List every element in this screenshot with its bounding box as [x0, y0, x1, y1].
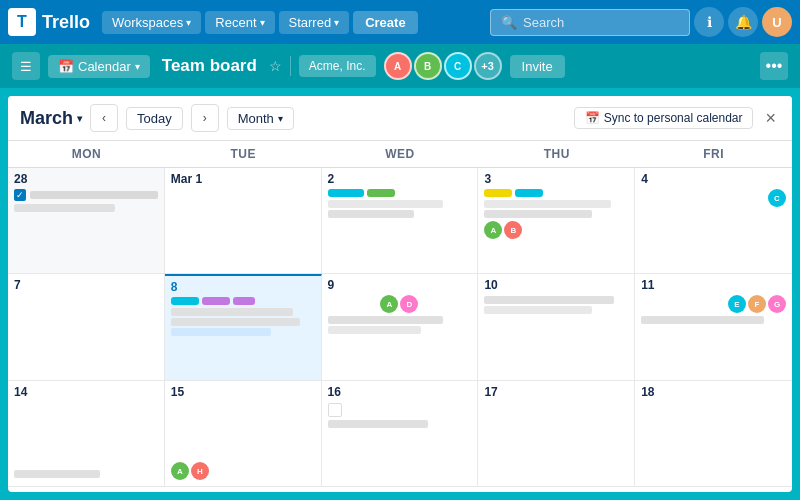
card-bar: [484, 296, 613, 304]
invite-button[interactable]: Invite: [510, 55, 565, 78]
date-number: 16: [328, 385, 472, 399]
card-avatars: A B: [484, 221, 628, 239]
board-star-button[interactable]: ☆: [269, 58, 282, 74]
search-bar[interactable]: 🔍: [490, 9, 690, 36]
date-number: 11: [641, 278, 786, 292]
chevron-down-icon: ▾: [260, 17, 265, 28]
notifications-button[interactable]: 🔔: [728, 7, 758, 37]
trello-logo[interactable]: T Trello: [8, 8, 90, 36]
divider: [290, 56, 291, 76]
calendar-cell-mar2[interactable]: 2: [322, 168, 479, 273]
day-header-thu: THU: [478, 141, 635, 167]
calendar-cell-mar11[interactable]: 11 E F G: [635, 274, 792, 379]
search-input[interactable]: [523, 15, 679, 30]
card-label-cyan: [515, 189, 543, 197]
card-bar-2: [484, 210, 592, 218]
info-icon: ℹ: [707, 14, 712, 30]
create-button[interactable]: Create: [353, 11, 417, 34]
date-number: 28: [14, 172, 158, 186]
close-calendar-button[interactable]: ×: [761, 108, 780, 129]
date-number: 17: [484, 385, 628, 399]
more-icon: •••: [766, 57, 783, 75]
board-more-button[interactable]: •••: [760, 52, 788, 80]
calendar-view-button[interactable]: 📅 Calendar ▾: [48, 55, 150, 78]
calendar-cell-mar16[interactable]: 16: [322, 381, 479, 486]
day-header-mon: MON: [8, 141, 165, 167]
date-number: 10: [484, 278, 628, 292]
card-bar-2: [171, 318, 300, 326]
chevron-down-icon: ▾: [334, 17, 339, 28]
date-number: 2: [328, 172, 472, 186]
card-bar: [328, 420, 429, 428]
month-title[interactable]: March ▾: [20, 108, 82, 129]
card-bar: [484, 200, 611, 208]
date-number: 18: [641, 385, 786, 399]
chevron-left-icon: ‹: [102, 111, 106, 125]
starred-button[interactable]: Starred ▾: [279, 11, 350, 34]
card-bar-2: [328, 326, 421, 334]
calendar-cell-mar1[interactable]: Mar 1: [165, 168, 322, 273]
mini-avatar-2: H: [191, 462, 209, 480]
date-number: 9: [328, 278, 472, 292]
sidebar-toggle-button[interactable]: ☰: [12, 52, 40, 80]
view-selector-button[interactable]: Month ▾: [227, 107, 294, 130]
date-number: 8: [171, 280, 315, 294]
calendar-cell-mar7[interactable]: 7: [8, 274, 165, 379]
day-header-tue: TUE: [165, 141, 322, 167]
card-checkbox: ✓: [14, 189, 158, 201]
search-icon: 🔍: [501, 15, 517, 30]
today-button[interactable]: Today: [126, 107, 183, 130]
calendar-cell-mar15[interactable]: 15 A H: [165, 381, 322, 486]
info-button[interactable]: ℹ: [694, 7, 724, 37]
card-bar-3: [171, 328, 272, 336]
member-avatar-1[interactable]: A: [384, 52, 412, 80]
calendar-cell-mar17[interactable]: 17: [478, 381, 635, 486]
next-month-button[interactable]: ›: [191, 104, 219, 132]
calendar-cell-mar9[interactable]: 9 A D: [322, 274, 479, 379]
bell-icon: 🔔: [735, 14, 752, 30]
card-bar: [328, 316, 443, 324]
card-bar: [171, 308, 293, 316]
date-number: 7: [14, 278, 158, 292]
calendar-grid: MON TUE WED THU FRI 28 ✓ Mar: [8, 141, 792, 487]
mini-avatar-2: F: [748, 295, 766, 313]
mini-avatar-3: G: [768, 295, 786, 313]
calendar-cell-mar4[interactable]: 4 C: [635, 168, 792, 273]
workspaces-button[interactable]: Workspaces ▾: [102, 11, 201, 34]
member-avatar-3[interactable]: C: [444, 52, 472, 80]
more-members-button[interactable]: +3: [474, 52, 502, 80]
date-number: 3: [484, 172, 628, 186]
calendar-toolbar: March ▾ ‹ Today › Month ▾ 📅 Sync to pers…: [8, 96, 792, 141]
prev-month-button[interactable]: ‹: [90, 104, 118, 132]
card-label-cyan: [328, 189, 364, 197]
member-avatars: A B C +3: [384, 52, 502, 80]
chevron-down-icon: ▾: [135, 61, 140, 72]
calendar-cell-mar8[interactable]: 8: [165, 274, 322, 379]
card-label-cyan: [171, 297, 199, 305]
recent-button[interactable]: Recent ▾: [205, 11, 274, 34]
card-bar: [328, 200, 443, 208]
board-title: Team board: [162, 56, 257, 76]
date-number: 15: [171, 385, 315, 399]
calendar-cell-feb28[interactable]: 28 ✓: [8, 168, 165, 273]
calendar-cell-mar3[interactable]: 3 A B: [478, 168, 635, 273]
sync-calendar-button[interactable]: 📅 Sync to personal calendar: [574, 107, 754, 129]
member-avatar-2[interactable]: B: [414, 52, 442, 80]
trello-icon: T: [8, 8, 36, 36]
card-bar: [641, 316, 764, 324]
chevron-down-icon: ▾: [77, 113, 82, 124]
card-label-purple: [202, 297, 230, 305]
card-label-purple2: [233, 297, 255, 305]
date-number: 14: [14, 385, 158, 399]
close-icon: ×: [765, 108, 776, 128]
calendar-cell-mar14[interactable]: 14: [8, 381, 165, 486]
workspace-button[interactable]: Acme, Inc.: [299, 55, 376, 77]
mini-avatar-1: A: [171, 462, 189, 480]
mini-avatar-1: A: [484, 221, 502, 239]
calendar-cell-mar18[interactable]: 18: [635, 381, 792, 486]
star-icon: ☆: [269, 58, 282, 74]
user-avatar[interactable]: U: [762, 7, 792, 37]
chevron-right-icon: ›: [203, 111, 207, 125]
calendar-cell-mar10[interactable]: 10: [478, 274, 635, 379]
card-avatars: C: [641, 189, 786, 207]
